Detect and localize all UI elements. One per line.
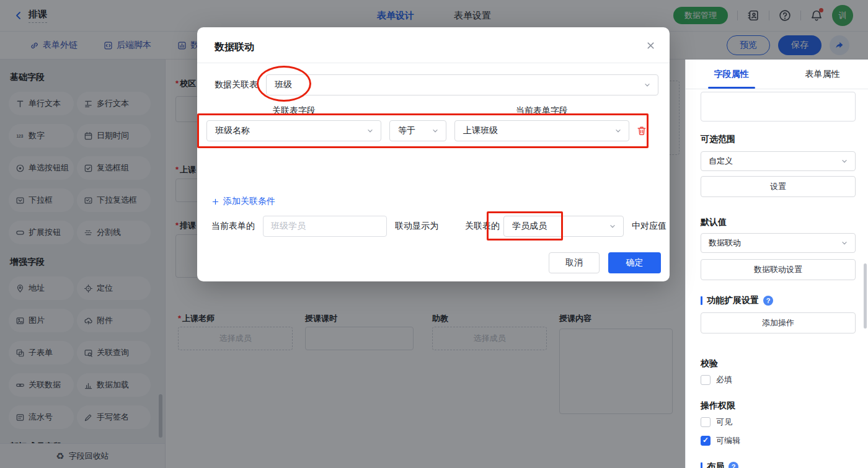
plus-icon	[211, 198, 219, 206]
panel-scrollbar[interactable]	[864, 263, 867, 329]
delete-condition-trash-icon[interactable]	[636, 125, 647, 136]
properties-tabs: 字段属性 表单属性	[686, 60, 868, 89]
mapping-row: 当前表单的 班级学员 联动显示为 关联表的 学员成员 中对应值	[211, 216, 666, 237]
column-header-current-field: 当前表单字段	[516, 105, 568, 117]
chevron-down-icon	[643, 81, 652, 89]
option-scope-label: 可选范围	[701, 134, 735, 145]
checkbox-icon	[701, 375, 711, 385]
default-value-label: 默认值	[701, 217, 727, 228]
add-condition-link[interactable]: 添加关联条件	[211, 196, 275, 207]
checkbox-checked-icon	[701, 436, 711, 446]
layout-section: 布局 ?	[701, 461, 738, 468]
tab-form-properties[interactable]: 表单属性	[777, 60, 868, 89]
modal-footer: 取消 确定	[549, 252, 661, 273]
default-value-select[interactable]: 数据联动	[701, 233, 856, 253]
chevron-down-icon	[608, 222, 617, 231]
extension-settings-section: 功能扩展设置 ?	[701, 295, 773, 306]
visible-checkbox[interactable]: 可见	[701, 417, 732, 428]
scope-settings-button[interactable]: 设置	[701, 176, 856, 197]
option-scope-select[interactable]: 自定义	[701, 151, 856, 171]
required-checkbox[interactable]: 必填	[701, 374, 732, 386]
field-description-box[interactable]	[701, 92, 856, 121]
relation-table-label: 数据关联表	[215, 79, 258, 91]
relation-table-prefix-label: 关联表的	[465, 221, 500, 232]
current-field-select[interactable]: 上课班级	[454, 120, 629, 141]
chevron-down-icon	[614, 126, 622, 135]
confirm-button[interactable]: 确定	[608, 252, 661, 273]
close-icon[interactable]	[645, 40, 656, 51]
current-form-label: 当前表单的	[211, 221, 255, 232]
column-header-relation-field: 关联表字段	[272, 105, 316, 117]
properties-panel: 字段属性 表单属性 可选范围 自定义 设置 默认值 数据联动 数据联动设置 功能…	[685, 60, 868, 468]
relation-field-select[interactable]: 班级名称	[206, 120, 381, 141]
add-action-button[interactable]: 添加操作	[701, 312, 856, 333]
data-linkage-settings-button[interactable]: 数据联动设置	[701, 259, 856, 280]
corresponding-value-label: 中对应值	[632, 221, 666, 232]
chevron-down-icon	[431, 126, 440, 135]
tab-field-properties[interactable]: 字段属性	[686, 60, 777, 89]
validation-label: 校验	[701, 358, 718, 369]
permission-label: 操作权限	[701, 400, 735, 412]
checkbox-icon	[701, 417, 711, 427]
chevron-down-icon	[840, 157, 849, 166]
modal-title: 数据联动	[215, 41, 254, 54]
condition-row: 班级名称 等于 上课班级	[206, 120, 647, 141]
chevron-down-icon	[366, 126, 374, 135]
help-question-icon[interactable]: ?	[728, 462, 738, 468]
operator-select[interactable]: 等于	[389, 120, 446, 141]
display-as-label: 联动显示为	[395, 221, 438, 232]
relation-table-select[interactable]: 班级	[266, 74, 658, 95]
source-field-select[interactable]: 学员成员	[503, 216, 624, 237]
cancel-button[interactable]: 取消	[549, 252, 600, 273]
target-field-input[interactable]: 班级学员	[263, 216, 387, 237]
chevron-down-icon	[840, 239, 849, 247]
help-question-icon[interactable]: ?	[763, 296, 773, 306]
data-linkage-modal: 数据联动 数据关联表 班级 关联表字段 当前表单字段 班级名称 等于 上课班级 …	[197, 27, 670, 281]
editable-checkbox[interactable]: 可编辑	[701, 435, 740, 446]
divider	[197, 63, 670, 63]
